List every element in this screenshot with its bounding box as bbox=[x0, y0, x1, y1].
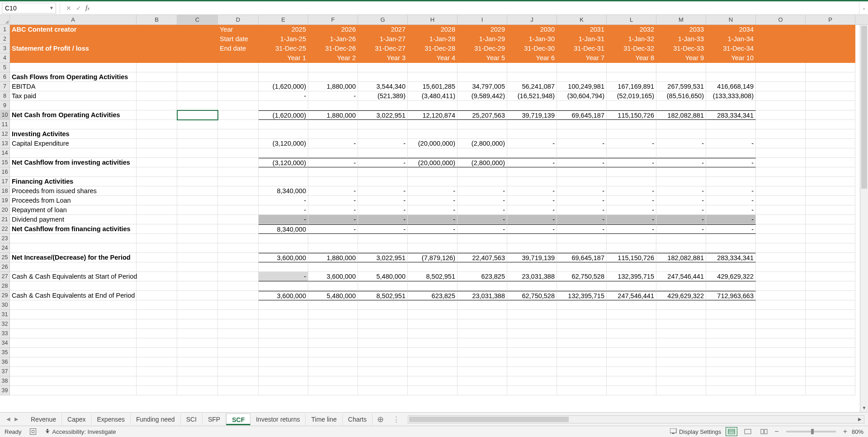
cell-E11[interactable] bbox=[259, 120, 308, 129]
cell-M27[interactable]: 247,546,441 bbox=[656, 272, 706, 281]
row-header-39[interactable]: 39 bbox=[0, 386, 10, 395]
cell-F29[interactable]: 5,480,000 bbox=[308, 291, 358, 300]
cell-E24[interactable] bbox=[259, 243, 308, 253]
cell-H14[interactable] bbox=[408, 148, 458, 158]
display-settings-button[interactable]: Display Settings bbox=[670, 428, 721, 435]
cell-I35[interactable] bbox=[458, 348, 507, 357]
cell-H9[interactable] bbox=[408, 101, 458, 110]
cell-K30[interactable] bbox=[557, 300, 607, 310]
cell-O35[interactable] bbox=[756, 348, 806, 357]
cell-O4[interactable] bbox=[756, 53, 806, 63]
cell-O23[interactable] bbox=[756, 234, 806, 243]
cell-E39[interactable] bbox=[259, 386, 308, 395]
cell-H26[interactable] bbox=[408, 262, 458, 272]
cell-N1[interactable]: 2034 bbox=[706, 25, 756, 34]
cell-D34[interactable] bbox=[218, 338, 259, 348]
cell-K25[interactable]: 69,645,187 bbox=[557, 253, 607, 262]
cell-F3[interactable]: 31-Dec-26 bbox=[308, 44, 358, 53]
cell-H34[interactable] bbox=[408, 338, 458, 348]
cell-D25[interactable] bbox=[218, 253, 259, 262]
cell-C23[interactable] bbox=[177, 234, 218, 243]
cell-J6[interactable] bbox=[507, 72, 557, 82]
cell-B18[interactable] bbox=[137, 186, 177, 196]
cell-A8[interactable]: Tax paid bbox=[10, 91, 137, 101]
cell-J20[interactable]: - bbox=[507, 205, 557, 215]
cell-K37[interactable] bbox=[557, 367, 607, 376]
cell-F21[interactable]: - bbox=[308, 215, 358, 224]
cell-C22[interactable] bbox=[177, 224, 218, 234]
cell-A14[interactable] bbox=[10, 148, 137, 158]
cell-N33[interactable] bbox=[706, 329, 756, 338]
accessibility-button[interactable]: Accessibility: Investigate bbox=[44, 428, 116, 435]
cell-F19[interactable]: - bbox=[308, 196, 358, 205]
cell-E28[interactable] bbox=[259, 281, 308, 291]
row-header-17[interactable]: 17 bbox=[0, 177, 10, 186]
cell-O3[interactable] bbox=[756, 44, 806, 53]
cell-I34[interactable] bbox=[458, 338, 507, 348]
cell-A9[interactable] bbox=[10, 101, 137, 110]
cell-I28[interactable] bbox=[458, 281, 507, 291]
cell-A24[interactable] bbox=[10, 243, 137, 253]
cell-I7[interactable]: 34,797,005 bbox=[458, 82, 507, 91]
cell-G32[interactable] bbox=[358, 319, 408, 329]
cell-K11[interactable] bbox=[557, 120, 607, 129]
cell-D28[interactable] bbox=[218, 281, 259, 291]
cell-B21[interactable] bbox=[137, 215, 177, 224]
cell-F34[interactable] bbox=[308, 338, 358, 348]
cell-F17[interactable] bbox=[308, 177, 358, 186]
cell-A10[interactable]: Net Cash from Operating Activities bbox=[10, 110, 137, 120]
sheet-tab-sci[interactable]: SCI bbox=[181, 413, 203, 425]
cell-H7[interactable]: 15,601,285 bbox=[408, 82, 458, 91]
cell-F8[interactable]: - bbox=[308, 91, 358, 101]
cell-J1[interactable]: 2030 bbox=[507, 25, 557, 34]
cell-M23[interactable] bbox=[656, 234, 706, 243]
cell-J30[interactable] bbox=[507, 300, 557, 310]
cell-M2[interactable]: 1-Jan-33 bbox=[656, 34, 706, 44]
cell-B9[interactable] bbox=[137, 101, 177, 110]
cell-N12[interactable] bbox=[706, 129, 756, 139]
cell-J25[interactable]: 39,719,139 bbox=[507, 253, 557, 262]
cell-M6[interactable] bbox=[656, 72, 706, 82]
hscroll-thumb[interactable] bbox=[409, 417, 569, 422]
sheet-tab-expenses[interactable]: Expenses bbox=[92, 413, 131, 425]
cell-F33[interactable] bbox=[308, 329, 358, 338]
cell-M36[interactable] bbox=[656, 357, 706, 367]
zoom-level[interactable]: 80% bbox=[852, 428, 863, 435]
cell-I16[interactable] bbox=[458, 167, 507, 177]
cell-P8[interactable] bbox=[806, 91, 855, 101]
cell-N28[interactable] bbox=[706, 281, 756, 291]
cell-A3[interactable]: Statement of Profit / loss bbox=[10, 44, 137, 53]
cell-L1[interactable]: 2032 bbox=[607, 25, 656, 34]
normal-view-button[interactable] bbox=[726, 427, 737, 436]
cell-I25[interactable]: 22,407,563 bbox=[458, 253, 507, 262]
cell-P3[interactable] bbox=[806, 44, 855, 53]
cell-P16[interactable] bbox=[806, 167, 855, 177]
cell-F32[interactable] bbox=[308, 319, 358, 329]
cell-N29[interactable]: 712,963,663 bbox=[706, 291, 756, 300]
cell-G2[interactable]: 1-Jan-27 bbox=[358, 34, 408, 44]
cell-P11[interactable] bbox=[806, 120, 855, 129]
cell-O7[interactable] bbox=[756, 82, 806, 91]
cell-F31[interactable] bbox=[308, 310, 358, 319]
cell-J19[interactable]: - bbox=[507, 196, 557, 205]
cell-E3[interactable]: 31-Dec-25 bbox=[259, 44, 308, 53]
cell-J18[interactable]: - bbox=[507, 186, 557, 196]
cell-P39[interactable] bbox=[806, 386, 855, 395]
cell-F4[interactable]: Year 2 bbox=[308, 53, 358, 63]
cell-J35[interactable] bbox=[507, 348, 557, 357]
cell-B38[interactable] bbox=[137, 376, 177, 386]
cell-M29[interactable]: 429,629,322 bbox=[656, 291, 706, 300]
cell-L3[interactable]: 31-Dec-32 bbox=[607, 44, 656, 53]
cell-D30[interactable] bbox=[218, 300, 259, 310]
cell-P14[interactable] bbox=[806, 148, 855, 158]
cell-N30[interactable] bbox=[706, 300, 756, 310]
cell-L26[interactable] bbox=[607, 262, 656, 272]
cell-K22[interactable]: - bbox=[557, 224, 607, 234]
cell-C38[interactable] bbox=[177, 376, 218, 386]
cell-J36[interactable] bbox=[507, 357, 557, 367]
cell-L36[interactable] bbox=[607, 357, 656, 367]
cell-B13[interactable] bbox=[137, 139, 177, 148]
cell-B10[interactable] bbox=[137, 110, 177, 120]
cell-I31[interactable] bbox=[458, 310, 507, 319]
vertical-scrollbar[interactable]: ▲ ▼ bbox=[860, 25, 868, 412]
